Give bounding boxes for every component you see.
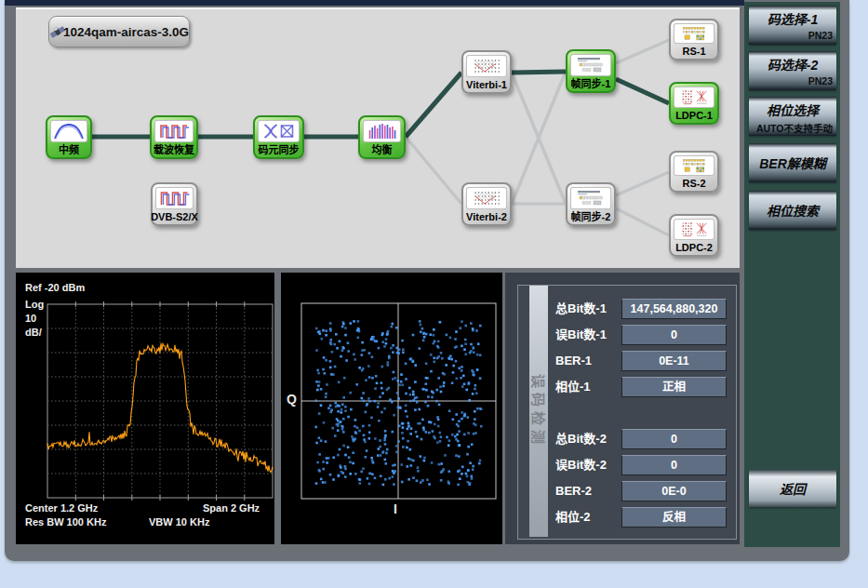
flow-block-label: Viterbi-1 bbox=[466, 77, 507, 92]
spectrum-center-label: Center 1.2 GHz bbox=[25, 502, 98, 514]
ber-row-value: 147,564,880,320 bbox=[621, 299, 727, 319]
constellation-panel: Q I bbox=[281, 273, 502, 544]
spectrum-rbw-label: Res BW 100 KHz bbox=[25, 516, 106, 528]
flow-block-label: 均衡 bbox=[372, 142, 393, 157]
top-accent-bar bbox=[5, 0, 744, 6]
ber-row-value: 正相 bbox=[621, 377, 727, 397]
sidebar-button-label: 码选择-2 bbox=[749, 55, 836, 74]
flow-block-rs-1[interactable]: RS-1 bbox=[669, 19, 719, 60]
flow-block-viterbi-2[interactable]: Viterbi-2 bbox=[461, 182, 512, 226]
sidebar-button-5[interactable]: 相位搜索 bbox=[749, 191, 836, 230]
flow-block-zhentongbu-1[interactable]: 帧同步-1 bbox=[566, 49, 616, 93]
flow-diagram-panel: 中频载波恢复码元同步均衡DVB-S2/XViterbi-1Viterbi-2帧同… bbox=[16, 7, 740, 268]
flow-block-label: LDPC-1 bbox=[675, 108, 713, 123]
flow-block-label: 帧同步-1 bbox=[571, 76, 611, 91]
ber-row-1: 总Bit数-1147,564,880,320 bbox=[555, 299, 728, 319]
squarewave-icon bbox=[155, 187, 194, 209]
constellation-i-label: I bbox=[394, 501, 397, 516]
flow-edge-inactive bbox=[616, 40, 669, 63]
ber-row-value: 0E-11 bbox=[621, 351, 727, 371]
flow-block-junheng[interactable]: 均衡 bbox=[358, 115, 406, 159]
flow-block-rs-2[interactable]: RS-2 bbox=[669, 151, 719, 193]
ber-title-label: 误码检测 bbox=[529, 374, 549, 448]
constellation-q-label: Q bbox=[287, 392, 297, 407]
scheme-title-button[interactable]: 1024qam-aircas-3.0G bbox=[48, 16, 190, 47]
spectrum-scale-label-db: dB/ bbox=[25, 327, 42, 338]
sidebar: 码选择-1PN23码选择-2PN23相位选择AUTO不支持手动BER解模糊相位搜… bbox=[744, 2, 840, 547]
frame-icon bbox=[570, 187, 611, 209]
flow-edge-active bbox=[512, 72, 566, 73]
ber-stats-panel: 误码检测 总Bit数-1147,564,880,320误Bit数-10BER-1… bbox=[505, 273, 740, 544]
sidebar-button-sublabel: PN23 bbox=[749, 30, 836, 41]
sidebar-button-1[interactable]: 码选择-1PN23 bbox=[749, 6, 836, 45]
sidebar-button-label: 相位选择 bbox=[749, 100, 836, 119]
flow-block-zaibohuifu[interactable]: 载波恢复 bbox=[150, 115, 198, 159]
ber-row-label: 总Bit数-2 bbox=[555, 429, 607, 449]
bars-icon bbox=[363, 120, 401, 142]
spectrum-ref-label: Ref -20 dBm bbox=[25, 282, 85, 293]
sidebar-button-2[interactable]: 码选择-2PN23 bbox=[749, 51, 836, 90]
sidebar-button-4[interactable]: BER解模糊 bbox=[749, 143, 836, 182]
scheme-title-label: 1024qam-aircas-3.0G bbox=[63, 25, 189, 39]
flow-block-label: LDPC-2 bbox=[675, 240, 713, 255]
flow-edge-inactive bbox=[616, 208, 669, 235]
ber-row-4: 相位-1正相 bbox=[555, 377, 728, 397]
ber-row-label: BER-1 bbox=[555, 351, 592, 371]
ber-row-label: 误Bit数-2 bbox=[555, 455, 607, 475]
flow-block-label: 载波恢复 bbox=[154, 142, 194, 157]
sidebar-button-label: 码选择-1 bbox=[749, 9, 836, 28]
flow-block-label: DVB-S2/X bbox=[151, 209, 198, 224]
ber-row-label: 相位-2 bbox=[555, 507, 591, 528]
flow-block-dvb-s2x[interactable]: DVB-S2/X bbox=[151, 182, 198, 226]
ber-row-3: BER-10E-11 bbox=[555, 351, 728, 371]
flow-block-label: 码元同步 bbox=[259, 142, 300, 157]
ber-row-8: 相位-2反相 bbox=[555, 507, 728, 528]
flow-block-ldpc-2[interactable]: LDPC-2 bbox=[669, 214, 719, 257]
flow-block-label: Viterbi-2 bbox=[466, 209, 507, 224]
flow-block-viterbi-1[interactable]: Viterbi-1 bbox=[461, 50, 512, 94]
flow-edge-inactive bbox=[616, 172, 669, 195]
ber-row-label: 总Bit数-1 bbox=[555, 299, 607, 319]
ber-row-label: 相位-1 bbox=[555, 377, 591, 397]
ber-row-value: 0 bbox=[621, 325, 727, 345]
bandpass-icon bbox=[50, 120, 87, 142]
spectrum-scale-label-10: 10 bbox=[25, 313, 36, 324]
constellation-plot bbox=[281, 273, 502, 544]
ber-row-value: 0 bbox=[621, 429, 727, 449]
main-window: 中频载波恢复码元同步均衡DVB-S2/XViterbi-1Viterbi-2帧同… bbox=[5, 0, 849, 561]
ber-row-5: 总Bit数-20 bbox=[555, 429, 728, 449]
flow-block-label: RS-1 bbox=[682, 44, 705, 59]
ber-row-value: 反相 bbox=[621, 507, 727, 528]
sidebar-button-label: 相位搜索 bbox=[767, 201, 819, 220]
flow-block-label: RS-2 bbox=[682, 176, 705, 191]
flow-block-label: 帧同步-2 bbox=[571, 209, 611, 224]
ber-row-label: BER-2 bbox=[555, 481, 592, 501]
flow-block-zhongpin[interactable]: 中频 bbox=[46, 115, 92, 159]
flow-block-label: 中频 bbox=[59, 142, 79, 157]
eye-icon bbox=[258, 120, 300, 142]
ber-row-7: BER-20E-0 bbox=[555, 481, 728, 501]
spectrum-panel: Ref -20 dBm Log 10 dB/ Center 1.2 GHz Sp… bbox=[16, 273, 274, 544]
rs-icon bbox=[674, 23, 714, 44]
squarewave-icon bbox=[154, 120, 194, 142]
ber-title-strip: 误码检测 bbox=[529, 286, 548, 537]
sidebar-button-6[interactable]: 返回 bbox=[749, 470, 836, 507]
ber-row-value: 0 bbox=[621, 455, 727, 475]
ldpc-icon bbox=[674, 87, 714, 108]
ldpc-icon bbox=[674, 219, 714, 240]
sidebar-button-sublabel: PN23 bbox=[749, 75, 836, 87]
ber-row-6: 误Bit数-20 bbox=[555, 455, 728, 475]
flow-edge-active bbox=[616, 79, 669, 103]
sidebar-button-sublabel: AUTO不支持手动 bbox=[749, 121, 836, 135]
ber-row-label: 误Bit数-1 bbox=[555, 325, 607, 345]
flow-block-zhentongbu-2[interactable]: 帧同步-2 bbox=[566, 182, 616, 226]
ber-stats-inner: 误码检测 总Bit数-1147,564,880,320误Bit数-10BER-1… bbox=[517, 285, 737, 540]
sidebar-button-3[interactable]: 相位选择AUTO不支持手动 bbox=[749, 97, 836, 136]
flow-block-ldpc-1[interactable]: LDPC-1 bbox=[669, 82, 719, 125]
spectrum-scale-label-log: Log bbox=[25, 299, 44, 310]
flow-block-mayuantongbu[interactable]: 码元同步 bbox=[253, 115, 304, 159]
trellis-icon bbox=[466, 187, 507, 209]
sidebar-button-label: BER解模糊 bbox=[759, 154, 826, 172]
sidebar-button-label: 返回 bbox=[780, 479, 806, 498]
frame-icon bbox=[570, 54, 611, 76]
